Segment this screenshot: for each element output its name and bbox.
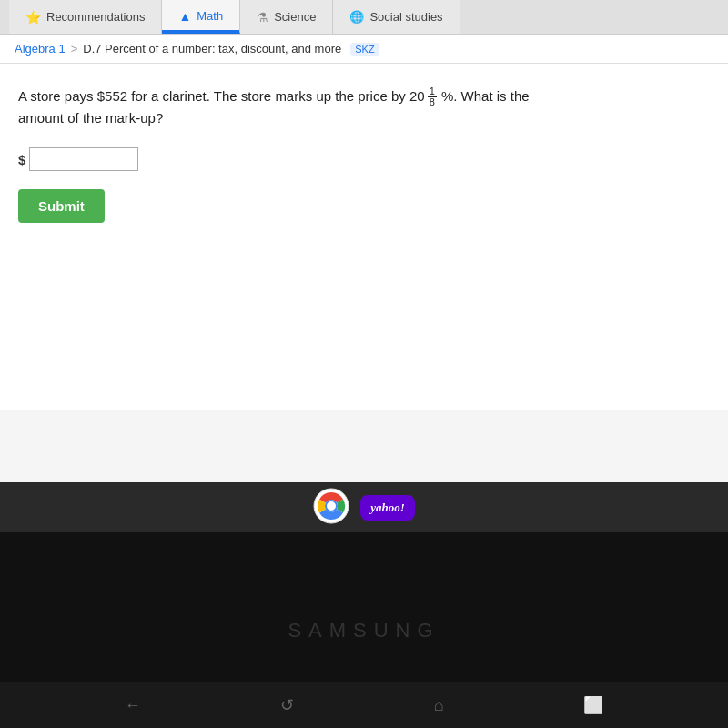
tabs-button[interactable]: ⬜ [572, 690, 614, 721]
breadcrumb-topic: D.7 Percent of a number: tax, discount, … [83, 42, 341, 56]
breadcrumb-badge: SKZ [350, 43, 379, 56]
breadcrumb: Algebra 1 > D.7 Percent of a number: tax… [0, 35, 728, 64]
breadcrumb-separator: > [71, 42, 78, 56]
whole-number: 20 [410, 86, 425, 107]
taskbar: yahoo! [0, 482, 728, 532]
math-icon: ▲ [178, 9, 191, 24]
social-studies-icon: 🌐 [349, 10, 364, 24]
tab-bar: ⭐ Recommendations ▲ Math ⚗ Science 🌐 Soc… [0, 0, 728, 35]
samsung-label: SAMSUNG [288, 619, 440, 642]
home-button[interactable]: ⌂ [423, 691, 455, 721]
tab-science[interactable]: ⚗ Science [240, 0, 333, 34]
yahoo-icon[interactable]: yahoo! [360, 495, 415, 521]
question-part3: amount of the mark-up? [18, 110, 163, 126]
main-content: A store pays $552 for a clarinet. The st… [0, 64, 728, 410]
science-icon: ⚗ [257, 10, 268, 25]
fraction: 1 8 [428, 86, 437, 107]
submit-button[interactable]: Submit [18, 189, 105, 223]
fraction-numerator: 1 [428, 86, 437, 97]
fraction-denominator: 8 [428, 97, 437, 107]
refresh-button[interactable]: ↺ [269, 690, 305, 721]
tab-recommendations-label: Recommendations [46, 10, 145, 24]
recommendations-icon: ⭐ [25, 10, 41, 25]
question-part1: A store pays $552 for a clarinet. The st… [18, 88, 410, 104]
bottom-nav: ← ↺ ⌂ ⬜ [0, 682, 728, 728]
question-text: A store pays $552 for a clarinet. The st… [18, 86, 710, 129]
tab-science-label: Science [274, 10, 316, 24]
tab-social-studies[interactable]: 🌐 Social studies [333, 0, 460, 34]
tab-math-label: Math [197, 9, 223, 23]
tab-recommendations[interactable]: ⭐ Recommendations [9, 0, 162, 34]
answer-area: $ [18, 147, 710, 171]
chrome-icon[interactable] [313, 488, 349, 528]
dollar-sign: $ [18, 152, 25, 167]
tab-math[interactable]: ▲ Math [162, 0, 240, 34]
mixed-number: 20 1 8 [410, 86, 438, 107]
tab-social-studies-label: Social studies [369, 10, 442, 24]
breadcrumb-course[interactable]: Algebra 1 [15, 42, 66, 56]
answer-input[interactable] [29, 147, 138, 171]
question-part2: %. What is the [441, 88, 530, 104]
back-button[interactable]: ← [114, 691, 152, 721]
